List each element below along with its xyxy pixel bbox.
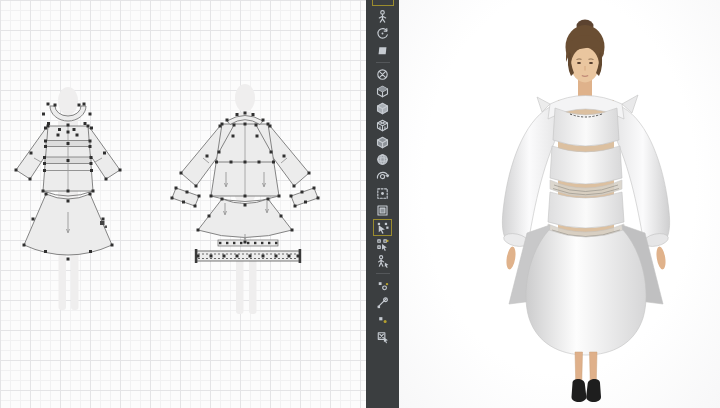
cube-textured-icon[interactable] bbox=[373, 83, 392, 100]
left-shoe bbox=[572, 379, 587, 402]
sew-line-icon[interactable] bbox=[373, 294, 392, 311]
garment-3d-viewport[interactable] bbox=[399, 0, 720, 408]
orbit-view-icon[interactable] bbox=[373, 168, 392, 185]
toolbar-separator bbox=[376, 273, 390, 274]
pin-points-icon[interactable] bbox=[373, 277, 392, 294]
box-select-icon[interactable] bbox=[373, 328, 392, 345]
toolbar-separator bbox=[376, 62, 390, 63]
avatar-render[interactable] bbox=[399, 0, 720, 408]
move-avatar-icon[interactable] bbox=[373, 253, 392, 270]
cube-solid-icon[interactable] bbox=[373, 134, 392, 151]
edit-pattern-icon[interactable] bbox=[373, 236, 392, 253]
cube-shaded-icon[interactable] bbox=[373, 100, 392, 117]
transform-pattern-icon[interactable] bbox=[373, 219, 392, 236]
fabric-swatch-icon[interactable] bbox=[373, 42, 392, 59]
pattern-dress-front[interactable] bbox=[16, 106, 120, 255]
legs-and-shoes bbox=[572, 352, 602, 402]
right-shoe bbox=[586, 379, 601, 402]
bell-skirt[interactable] bbox=[526, 230, 646, 355]
avatar-figure-icon[interactable] bbox=[373, 8, 392, 25]
grid-frame-icon[interactable] bbox=[373, 202, 392, 219]
pattern-canvas[interactable] bbox=[0, 0, 366, 408]
sphere-shaded-icon[interactable] bbox=[373, 151, 392, 168]
pattern-editor-panel[interactable] bbox=[0, 0, 366, 408]
marquee-zoom-icon[interactable] bbox=[373, 185, 392, 202]
front-skirt[interactable] bbox=[24, 194, 112, 255]
pressure-point-icon[interactable] bbox=[373, 311, 392, 328]
reset-view-icon[interactable] bbox=[373, 25, 392, 42]
vertical-toolbar bbox=[366, 0, 399, 408]
partial-active-slot[interactable] bbox=[372, 0, 394, 6]
app-window bbox=[0, 0, 720, 408]
garment-3d[interactable] bbox=[502, 95, 669, 355]
face bbox=[571, 48, 599, 83]
cube-mesh-icon[interactable] bbox=[373, 117, 392, 134]
bodice-bands[interactable] bbox=[548, 108, 624, 243]
avatar-3d[interactable] bbox=[566, 20, 605, 97]
wireframe-sphere-icon[interactable] bbox=[373, 66, 392, 83]
